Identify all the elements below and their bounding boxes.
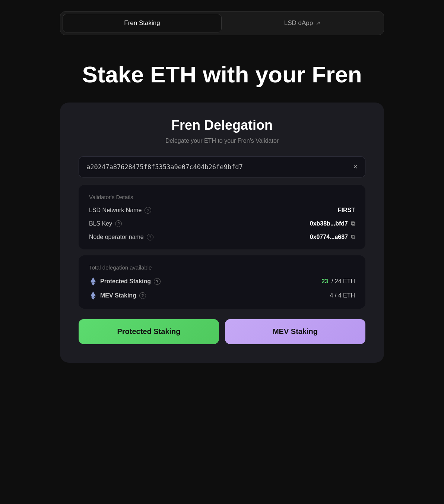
- card-title: Fren Delegation: [79, 117, 365, 133]
- external-link-icon: ↗: [316, 20, 320, 26]
- clear-input-icon[interactable]: ×: [353, 163, 358, 171]
- main-card: Fren Delegation Delegate your ETH to you…: [60, 103, 384, 363]
- tab-lsd-dapp[interactable]: LSD dApp ↗: [223, 14, 381, 32]
- tab-fren-staking[interactable]: Fren Staking: [63, 14, 222, 32]
- detail-label-bls-key: BLS Key ?: [89, 220, 122, 227]
- eth-icon-mev: [89, 292, 97, 300]
- bls-key-value: 0xb38b...bfd7 ⧉: [310, 220, 355, 227]
- bls-key-label-text: BLS Key: [89, 220, 112, 227]
- detail-label-lsd-network: LSD Network Name ?: [89, 207, 151, 214]
- delegation-label-protected: Protected Staking ?: [89, 277, 161, 286]
- validator-input-value: a20247a87628475f8f5353a9e07c404b26fe9bfd…: [86, 163, 349, 171]
- eth-icon-protected: [89, 277, 97, 286]
- tab-lsd-dapp-label: LSD dApp: [284, 19, 313, 27]
- protected-staking-label-text: Protected Staking: [100, 278, 151, 285]
- detail-row-lsd-network: LSD Network Name ? FIRST: [89, 207, 355, 214]
- bls-key-help-icon[interactable]: ?: [115, 220, 122, 227]
- tab-bar: Fren Staking LSD dApp ↗: [60, 11, 384, 35]
- delegation-card: Total delegation available Protected Sta…: [79, 255, 365, 309]
- node-operator-value: 0x0774...a687 ⧉: [310, 234, 355, 240]
- lsd-network-value: FIRST: [338, 207, 355, 214]
- detail-row-bls-key: BLS Key ? 0xb38b...bfd7 ⧉: [89, 220, 355, 227]
- validator-input-wrapper[interactable]: a20247a87628475f8f5353a9e07c404b26fe9bfd…: [79, 156, 365, 177]
- node-operator-label-text: Node operator name: [89, 234, 144, 240]
- card-subtitle: Delegate your ETH to your Fren's Validat…: [79, 138, 365, 144]
- mev-staking-help-icon[interactable]: ?: [139, 292, 146, 299]
- validator-details-title: Validator's Details: [89, 194, 355, 200]
- action-buttons-row: Protected Staking MEV Staking: [79, 319, 365, 344]
- hero-title: Stake ETH with your Fren: [82, 61, 362, 88]
- node-operator-value-text: 0x0774...a687: [310, 234, 348, 240]
- protected-staking-button[interactable]: Protected Staking: [79, 319, 219, 344]
- delegation-row-protected: Protected Staking ? 23 / 24 ETH: [89, 277, 355, 286]
- mev-staking-button[interactable]: MEV Staking: [225, 319, 365, 344]
- lsd-network-value-text: FIRST: [338, 207, 355, 214]
- mev-staking-value: 4 / 4 ETH: [330, 292, 355, 299]
- validator-details-card: Validator's Details LSD Network Name ? F…: [79, 185, 365, 249]
- detail-label-node-operator: Node operator name ?: [89, 234, 153, 240]
- node-operator-help-icon[interactable]: ?: [147, 234, 153, 240]
- protected-staking-highlighted: 23: [321, 278, 328, 284]
- lsd-network-label-text: LSD Network Name: [89, 207, 142, 214]
- bls-key-copy-icon[interactable]: ⧉: [351, 220, 355, 227]
- delegation-row-mev: MEV Staking ? 4 / 4 ETH: [89, 292, 355, 300]
- tab-fren-staking-label: Fren Staking: [124, 19, 160, 27]
- delegation-section-title: Total delegation available: [89, 264, 355, 271]
- mev-staking-label-text: MEV Staking: [100, 292, 136, 299]
- mev-staking-total: 4 / 4 ETH: [330, 292, 355, 299]
- protected-staking-help-icon[interactable]: ?: [154, 278, 161, 285]
- protected-staking-total: / 24 ETH: [330, 278, 355, 284]
- lsd-network-help-icon[interactable]: ?: [145, 207, 151, 214]
- detail-row-node-operator: Node operator name ? 0x0774...a687 ⧉: [89, 234, 355, 240]
- bls-key-value-text: 0xb38b...bfd7: [310, 220, 348, 227]
- node-operator-copy-icon[interactable]: ⧉: [351, 234, 355, 240]
- delegation-label-mev: MEV Staking ?: [89, 292, 146, 300]
- protected-staking-value: 23 / 24 ETH: [321, 278, 355, 285]
